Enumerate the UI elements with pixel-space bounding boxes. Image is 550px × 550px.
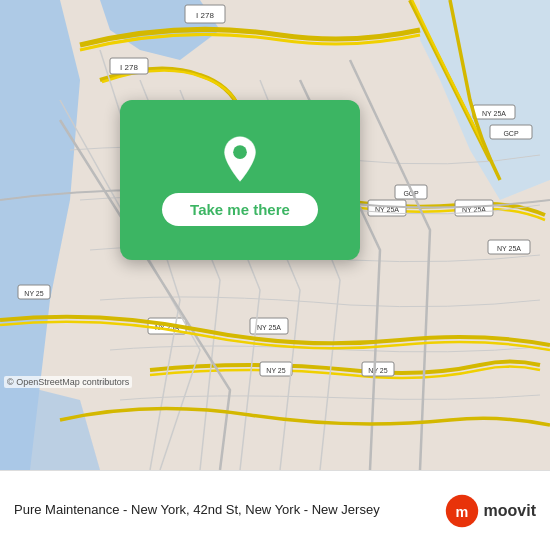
svg-point-32 [233,145,247,159]
moovit-label: moovit [484,502,536,520]
svg-text:I 278: I 278 [120,63,138,72]
take-me-there-button[interactable]: Take me there [162,193,318,226]
svg-text:NY 25A: NY 25A [257,324,281,331]
moovit-icon: m [444,493,480,529]
destination-card: Take me there [120,100,360,260]
location-pin-icon [216,135,264,183]
svg-text:NY 25A: NY 25A [497,245,521,252]
svg-text:m: m [455,504,468,520]
svg-text:NY 25: NY 25 [24,290,43,297]
svg-text:NY 25: NY 25 [266,367,285,374]
svg-text:NY 25: NY 25 [368,367,387,374]
bottom-bar: Pure Maintenance - New York, 42nd St, Ne… [0,470,550,550]
copyright-notice: © OpenStreetMap contributors [4,376,132,388]
place-info: Pure Maintenance - New York, 42nd St, Ne… [14,501,444,519]
svg-text:GCP: GCP [503,130,519,137]
map-container: I 278 I 278 NY 25A NY 25A NY 25A NY 25A … [0,0,550,470]
place-name: Pure Maintenance - New York, 42nd St, Ne… [14,501,444,519]
moovit-logo: m moovit [444,493,536,529]
svg-text:I 278: I 278 [196,11,214,20]
svg-text:NY 25A: NY 25A [482,110,506,117]
